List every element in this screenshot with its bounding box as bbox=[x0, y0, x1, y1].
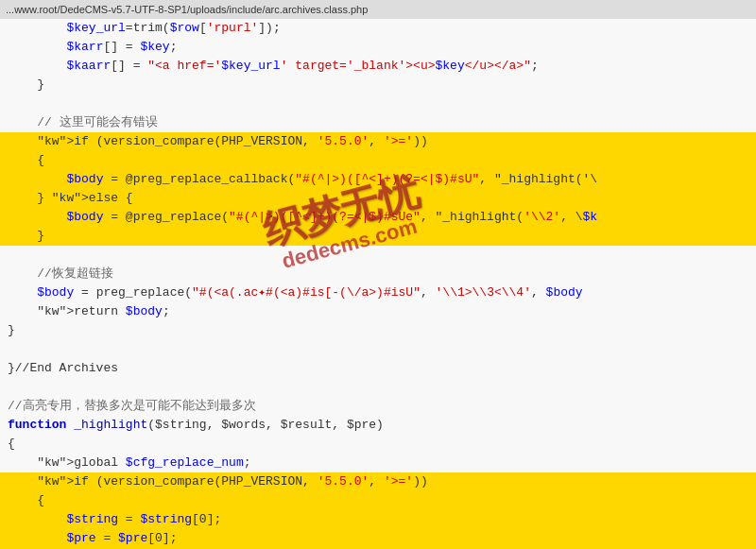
code-line bbox=[0, 94, 756, 113]
line-content: { bbox=[0, 151, 756, 170]
line-content: } bbox=[0, 227, 756, 246]
code-line bbox=[0, 378, 756, 397]
code-line: "kw">if (version_compare(PHP_VERSION, '5… bbox=[0, 132, 756, 151]
code-line bbox=[0, 340, 756, 359]
line-content: "kw">if (version_compare(PHP_VERSION, '5… bbox=[0, 472, 756, 491]
code-line: } bbox=[0, 321, 756, 340]
code-line: "kw">if (version_compare(PHP_VERSION, '5… bbox=[0, 472, 756, 491]
line-content: } "kw">else { bbox=[0, 189, 756, 208]
code-line: }//End Archives bbox=[0, 359, 756, 378]
line-content: $body = @preg_replace("#(^|>)([^<]+)(?=<… bbox=[0, 208, 756, 227]
line-content: //恢复超链接 bbox=[0, 265, 756, 283]
code-line: $body = preg_replace("#(<a(.ac✦#(<a)#is[… bbox=[0, 283, 756, 302]
line-content: }//End Archives bbox=[0, 359, 756, 378]
code-line: $string = $string[0]; bbox=[0, 510, 756, 529]
code-line: { bbox=[0, 151, 756, 170]
line-content: $pre = $pre[0]; bbox=[0, 529, 756, 548]
code-line: $karr[] = $key; bbox=[0, 38, 756, 57]
line-content: { bbox=[0, 491, 756, 510]
url-text: ...www.root/DedeCMS-v5.7-UTF-8-SP1/uploa… bbox=[6, 4, 368, 15]
code-line bbox=[0, 246, 756, 265]
line-content: } bbox=[0, 321, 756, 340]
line-content: $body = @preg_replace_callback("#(^|>)([… bbox=[0, 170, 756, 189]
code-line: function _highlight($string, $words, $re… bbox=[0, 416, 756, 435]
line-content: "kw">if (version_compare(PHP_VERSION, '5… bbox=[0, 132, 756, 151]
line-content: $kaarr[] = "<a href='$key_url' target='_… bbox=[0, 57, 756, 76]
code-area[interactable]: $key_url=trim($row['rpurl']); $karr[] = … bbox=[0, 19, 756, 549]
url-bar: ...www.root/DedeCMS-v5.7-UTF-8-SP1/uploa… bbox=[0, 0, 756, 19]
code-line: "kw">global $cfg_replace_num; bbox=[0, 454, 756, 472]
code-line: //高亮专用，替换多次是可能不能达到最多次 bbox=[0, 397, 756, 416]
line-content: //高亮专用，替换多次是可能不能达到最多次 bbox=[0, 397, 756, 416]
line-content: function _highlight($string, $words, $re… bbox=[0, 416, 756, 435]
code-container: ...www.root/DedeCMS-v5.7-UTF-8-SP1/uploa… bbox=[0, 0, 756, 549]
code-line: $kaarr[] = "<a href='$key_url' target='_… bbox=[0, 57, 756, 76]
line-content: $body = preg_replace("#(<a(.ac✦#(<a)#is[… bbox=[0, 283, 756, 302]
line-content: $karr[] = $key; bbox=[0, 38, 756, 57]
line-content bbox=[0, 340, 756, 359]
lines-container: $key_url=trim($row['rpurl']); $karr[] = … bbox=[0, 19, 756, 549]
code-line: { bbox=[0, 435, 756, 454]
line-content: "kw">return $body; bbox=[0, 302, 756, 321]
code-line: $body = @preg_replace_callback("#(^|>)([… bbox=[0, 170, 756, 189]
line-content: "kw">global $cfg_replace_num; bbox=[0, 454, 756, 472]
code-line: } bbox=[0, 227, 756, 246]
line-content: // 这里可能会有错误 bbox=[0, 113, 756, 132]
code-line: } "kw">else { bbox=[0, 189, 756, 208]
line-content: $key_url=trim($row['rpurl']); bbox=[0, 19, 756, 38]
code-line: "kw">return $body; bbox=[0, 302, 756, 321]
code-line: { bbox=[0, 491, 756, 510]
code-line: $pre = $pre[0]; bbox=[0, 529, 756, 548]
line-content bbox=[0, 378, 756, 397]
line-content bbox=[0, 94, 756, 113]
code-line: $key_url=trim($row['rpurl']); bbox=[0, 19, 756, 38]
line-content: } bbox=[0, 76, 756, 94]
code-line: //恢复超链接 bbox=[0, 265, 756, 283]
code-line: $body = @preg_replace("#(^|>)([^<]+)(?=<… bbox=[0, 208, 756, 227]
line-content bbox=[0, 246, 756, 265]
line-content: $string = $string[0]; bbox=[0, 510, 756, 529]
line-content: { bbox=[0, 435, 756, 454]
code-line: } bbox=[0, 76, 756, 94]
code-line: // 这里可能会有错误 bbox=[0, 113, 756, 132]
